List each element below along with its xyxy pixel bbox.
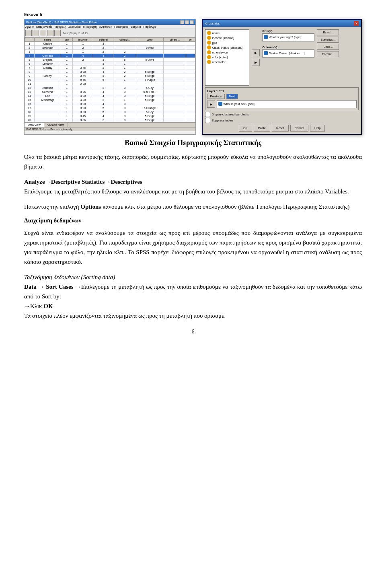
status-text: IBM SPSS Statistics Processor is ready — [26, 128, 72, 131]
spss-view-tabs: Data View Variable View — [25, 122, 195, 127]
arrow-1: → — [45, 179, 51, 185]
toolbar-btn-5[interactable] — [54, 30, 61, 36]
listbox-item-gpa[interactable]: gpa — [206, 40, 248, 45]
var-icon-otherdevice — [207, 50, 211, 54]
table-row: 1913 45435 Beige — [25, 114, 195, 118]
menu-file[interactable]: Αρχείο — [25, 25, 34, 28]
layer-section: Layer 1 of 1 Previous Next ▶ What is you… — [205, 87, 359, 110]
bottom-buttons: OK Paste Reset Cancel Help — [205, 125, 359, 132]
table-row: 7Cleasly13 4621 — [25, 66, 195, 70]
spss-maximize-btn[interactable]: □ — [185, 20, 189, 24]
crosstabs-dialog: Crosstabs ✕ name income — [202, 19, 362, 135]
table-row: 14Lee14 00435 Beige — [25, 94, 195, 98]
col-header-edlevel[interactable]: edlevel — [93, 38, 113, 42]
checkbox-bar-charts: Display clustered bar charts — [205, 112, 359, 117]
table-row: 1Clarice113 — [25, 42, 195, 46]
table-row: 13Cornerta13 25435 cell ph... — [25, 90, 195, 94]
paragraph-1-text: Όλα τα βασικά μέτρα κεντρικής τάσης, δια… — [24, 154, 362, 170]
reset-button[interactable]: Reset — [272, 125, 289, 132]
dialog-close-button[interactable]: ✕ — [354, 21, 359, 26]
table-row: 1713 98535 Orange — [25, 106, 195, 110]
listbox-item-label: otherdevice — [212, 51, 228, 54]
columns-field-item: Device Owned [device o...] — [263, 51, 313, 56]
toolbar-btn-3[interactable] — [40, 30, 46, 36]
next-button[interactable]: Next — [226, 94, 238, 99]
bar-charts-checkbox[interactable] — [205, 112, 210, 117]
variables-listbox[interactable]: name income [Income] gpa — [205, 29, 249, 86]
tab-data-view[interactable]: Data View — [25, 123, 44, 127]
dialog-titlebar: Crosstabs ✕ — [203, 20, 361, 27]
listbox-item-othercolor[interactable]: othercolor — [206, 60, 248, 64]
menu-help[interactable]: Βοήθεια — [131, 25, 141, 28]
ok-button[interactable]: OK — [239, 125, 252, 132]
listbox-item-name[interactable]: name — [206, 31, 248, 35]
spss-titlebar: FiatLav [DataSet1] - IBM SPSS Statistics… — [25, 19, 195, 25]
format-button[interactable]: Format... — [317, 51, 339, 57]
rows-section: Row(s): What is your age? [age] — [262, 29, 314, 41]
columns-label: Column(s): — [262, 45, 314, 49]
cells-button[interactable]: Cells... — [317, 44, 339, 50]
spss-data-grid: name sex income edlevel otherd... color … — [25, 37, 195, 122]
listbox-item-color[interactable]: color [color] — [206, 55, 248, 60]
statistics-button[interactable]: Statistics... — [317, 37, 339, 43]
paragraph-3-body: Πατώντας την επιλογή Options κάνουμε κλι… — [24, 204, 349, 210]
toolbar-btn-1[interactable] — [25, 30, 32, 36]
arrow-row-btn[interactable]: ▶ — [252, 49, 260, 56]
descriptives-label: Descriptives — [111, 179, 142, 185]
layer-field-icon — [218, 102, 222, 106]
table-row: 1813 08535 Gey — [25, 110, 195, 114]
columns-field-box[interactable]: Device Owned [device o...] — [262, 49, 314, 58]
col-header-othercolor[interactable]: otherc... — [163, 38, 186, 42]
columns-field-value: Device Owned [device o...] — [269, 51, 304, 55]
listbox-item-label: gpa — [212, 41, 217, 45]
layer-field-box[interactable]: What is your sex? [sex] — [217, 100, 357, 108]
col-header-color[interactable]: color — [136, 38, 163, 42]
rows-field-item: What is your age? [age] — [263, 35, 313, 39]
toolbar-btn-4[interactable] — [47, 30, 53, 36]
col-header-income[interactable]: income — [73, 38, 93, 42]
tab-variable-view[interactable]: Variable View — [44, 123, 68, 127]
table-row: 1112 28 — [25, 82, 195, 86]
spss-minimize-btn[interactable]: _ — [180, 20, 184, 24]
toolbar-btn-2[interactable] — [33, 30, 39, 36]
help-button[interactable]: Help — [310, 125, 325, 132]
col-header-sex[interactable]: sex — [61, 38, 73, 42]
table-row: 5Brejana12365 Olive — [25, 58, 195, 62]
paste-button[interactable]: Paste — [254, 125, 270, 132]
arrow-column: ▶ ▶ — [252, 29, 260, 86]
listbox-item-income[interactable]: income [Income] — [206, 35, 248, 40]
previous-button[interactable]: Previous — [207, 94, 224, 99]
listbox-item-classstatus[interactable]: Class Status [classsta] — [206, 45, 248, 50]
rows-field-box[interactable]: What is your age? [age] — [262, 33, 314, 41]
col-header-on[interactable]: on — [186, 38, 195, 42]
layer-field-value: What is your sex? [sex] — [223, 102, 255, 106]
arrow-sort-1: → — [38, 284, 44, 290]
table-row: 1019 55615 Purple — [25, 78, 195, 82]
arrow-sort-3: → — [24, 303, 30, 309]
listbox-item-otherdevice[interactable]: otherdevice — [206, 50, 248, 55]
menu-window[interactable]: Παράθυρο — [143, 25, 156, 28]
menu-transform[interactable]: Μεταβλητή — [83, 25, 97, 28]
menu-edit[interactable]: Επεξεργασία — [36, 25, 52, 28]
rows-field-icon — [264, 35, 268, 39]
var-icon-classstatus — [207, 45, 211, 49]
cancel-button[interactable]: Cancel — [290, 125, 308, 132]
dialog-title: Crosstabs — [205, 22, 220, 25]
arrow-col-btn[interactable]: ▶ — [252, 59, 260, 66]
table-row: 2013 36335 Beige — [25, 118, 195, 122]
menu-analyze[interactable]: Αναλύσεις — [99, 25, 112, 28]
spss-close-btn[interactable]: × — [190, 20, 194, 24]
listbox-item-label: income [Income] — [212, 36, 234, 40]
menu-graphs[interactable]: Γραφήματα — [114, 25, 128, 28]
menu-view[interactable]: Προβολή — [55, 25, 66, 28]
analyze-label: Analyze — [24, 179, 45, 185]
paragraph-5: Ταξινόμηση δεδομένων (Sorting data) Data… — [24, 272, 362, 321]
col-header-otherdevice[interactable]: otherd... — [113, 38, 136, 42]
exact-button[interactable]: Exact... — [317, 29, 339, 35]
suppress-tables-checkbox[interactable] — [205, 118, 210, 123]
col-header-name[interactable]: name — [34, 38, 61, 42]
menu-data[interactable]: Δεδομένα — [68, 25, 80, 28]
var-icon-othercolor — [207, 60, 211, 64]
paragraph-4: Συχνά είναι ενδιαφέρον να αναλύσουμε τα … — [24, 228, 362, 267]
layer-arrow-btn[interactable]: ▶ — [207, 101, 215, 108]
